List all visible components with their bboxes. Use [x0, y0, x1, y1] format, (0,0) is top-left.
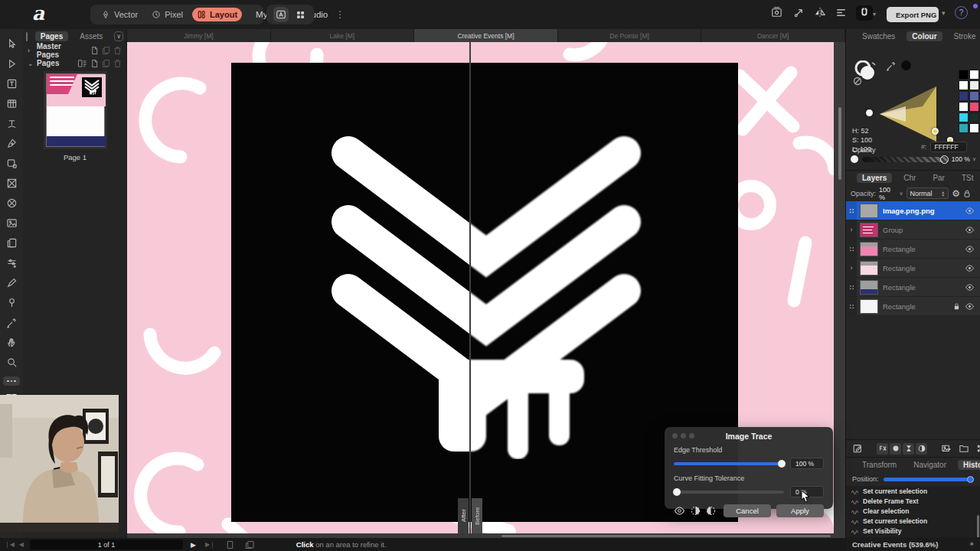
table-tool[interactable] — [3, 96, 20, 111]
layer-lock-icon[interactable] — [953, 302, 960, 311]
layer-name[interactable]: Rectangle — [883, 264, 965, 272]
layer-visibility-eye-icon[interactable] — [965, 265, 975, 272]
tab-tst[interactable]: TSt — [956, 173, 979, 183]
layer-visibility-eye-icon[interactable] — [965, 246, 975, 253]
layer-visibility-eye-icon[interactable] — [965, 227, 975, 233]
text-frame-tool[interactable] — [3, 77, 20, 91]
text-translate-button[interactable] — [273, 7, 289, 22]
new-group-button[interactable] — [959, 444, 969, 453]
layer-settings-gear-icon[interactable]: ⚙ — [952, 188, 960, 199]
flip-horizontal-button[interactable] — [813, 6, 827, 19]
tab-layers[interactable]: Layers — [857, 173, 892, 183]
layer-thumbnail[interactable] — [860, 299, 878, 314]
layer-visibility-eye-icon[interactable] — [965, 207, 975, 214]
place-image-tool[interactable] — [3, 216, 20, 230]
mask-layer-button[interactable] — [903, 443, 914, 455]
single-page-view-icon[interactable] — [226, 540, 234, 549]
tab-transform[interactable]: Transform — [857, 460, 902, 470]
tab-navigator[interactable]: Navigator — [908, 460, 952, 470]
add-page-button[interactable] — [90, 59, 99, 68]
picture-frame-ellipse-tool[interactable] — [3, 196, 20, 210]
previous-page-button[interactable]: ◀ — [19, 541, 24, 548]
curve-fitting-knob[interactable] — [673, 488, 681, 496]
rectangle-tool[interactable] — [3, 156, 20, 171]
curve-fitting-slider[interactable] — [674, 491, 784, 494]
swatch[interactable] — [969, 112, 979, 122]
swatch[interactable] — [969, 80, 979, 90]
hand-tool[interactable] — [3, 335, 20, 350]
blend-mode-select[interactable]: Normal ▲▼ — [906, 187, 949, 199]
edge-threshold-value[interactable]: 100 % — [790, 458, 824, 469]
dialog-traffic-lights[interactable] — [672, 433, 694, 439]
history-position-knob[interactable] — [967, 476, 974, 483]
opacity-slider[interactable] — [862, 157, 948, 162]
layers-opacity-value[interactable]: 100 % — [879, 186, 896, 201]
layer-expander[interactable]: › — [846, 220, 857, 239]
swatch[interactable] — [959, 123, 969, 133]
triangle-knob-yellow[interactable] — [932, 128, 939, 135]
edge-threshold-slider[interactable] — [674, 462, 784, 465]
layer-visibility-eye-icon[interactable] — [965, 284, 975, 291]
more-tools-button[interactable] — [3, 377, 20, 386]
transform-mode-button[interactable] — [792, 6, 805, 19]
layer-name[interactable]: Image.png.png — [883, 207, 965, 215]
last-page-button[interactable]: ▶❘ — [205, 541, 215, 548]
first-page-button[interactable]: ❘◀ — [5, 541, 15, 548]
duplicate-page-button[interactable] — [102, 59, 110, 68]
cancel-button[interactable]: Cancel — [724, 504, 771, 517]
trace-split-right-button[interactable] — [706, 506, 716, 516]
history-item[interactable]: Set current selection — [846, 486, 980, 496]
snapping-caret[interactable]: ▾ — [873, 11, 876, 18]
master-pages-expander[interactable]: › — [28, 47, 34, 54]
layers-lock-icon[interactable] — [963, 189, 971, 198]
doc-tab-dancer[interactable]: Dancer [M] — [701, 29, 845, 42]
layer-name[interactable]: Rectangle — [883, 245, 965, 253]
layers-opacity-caret[interactable]: ∨ — [899, 191, 903, 197]
preview-artboard-button[interactable] — [770, 6, 783, 19]
tab-history[interactable]: History — [958, 460, 980, 470]
pages-expander[interactable]: ⌄ — [28, 60, 34, 67]
align-button[interactable] — [835, 6, 848, 19]
layer-thumbnail[interactable] — [860, 204, 878, 218]
opacity-value-dropdown[interactable]: 100 % ∨ — [952, 155, 976, 163]
master-pages-row[interactable]: › Master Pages — [23, 44, 126, 57]
swatch[interactable] — [969, 102, 979, 112]
layer-thumbnail[interactable] — [860, 261, 878, 276]
swatch[interactable] — [969, 91, 979, 101]
tab-swatches[interactable]: Swatches — [857, 31, 900, 41]
delete-page-button[interactable] — [113, 59, 122, 68]
new-image-layer-button[interactable] — [941, 444, 952, 454]
layer-row-rectangle-1[interactable]: Rectangle — [846, 240, 980, 259]
swatch[interactable] — [969, 123, 979, 133]
tab-stroke[interactable]: Stroke — [949, 31, 980, 41]
swatch[interactable] — [959, 91, 969, 101]
spread-tool[interactable] — [3, 236, 20, 250]
layer-name[interactable]: Rectangle — [883, 302, 953, 311]
doc-tab-creative-events[interactable]: Creative Events [M] — [414, 29, 558, 42]
doc-tab-jimmy[interactable]: Jimmy [M] — [127, 29, 271, 42]
picture-frame-rectangle-tool[interactable] — [3, 176, 20, 191]
duplicate-master-page-button[interactable] — [102, 46, 110, 55]
facing-pages-view-icon[interactable] — [245, 540, 255, 549]
swatch[interactable] — [969, 70, 979, 80]
layer-row-image-png[interactable]: Image.png.png — [846, 201, 980, 220]
opacity-knob[interactable] — [940, 155, 949, 164]
layer-row-group[interactable]: › Group — [846, 220, 980, 240]
export-png-button[interactable]: Export PNG — [887, 7, 939, 22]
swatch[interactable] — [959, 102, 969, 112]
adjustment-tool[interactable] — [3, 256, 20, 270]
delete-master-page-button[interactable] — [113, 46, 122, 55]
canvas-vertical-scrollbar[interactable] — [838, 107, 841, 180]
layer-visibility-eye-icon[interactable] — [965, 303, 975, 310]
canvas-horizontal-scrollbar[interactable] — [501, 535, 831, 537]
tab-par[interactable]: Par — [927, 173, 950, 183]
layer-name[interactable]: Group — [883, 226, 965, 234]
tab-assets[interactable]: Assets — [74, 31, 108, 41]
overflow-menu-button[interactable]: ⋮ — [332, 9, 348, 20]
history-item[interactable]: Set Visibility — [846, 526, 980, 536]
hex-input[interactable]: FFFFFF — [930, 142, 967, 152]
triangle-knob-white[interactable] — [866, 109, 873, 116]
doc-tab-lake[interactable]: Lake [M] — [271, 29, 415, 42]
swatch[interactable] — [959, 112, 969, 122]
layer-name[interactable]: Rectangle — [883, 283, 965, 292]
